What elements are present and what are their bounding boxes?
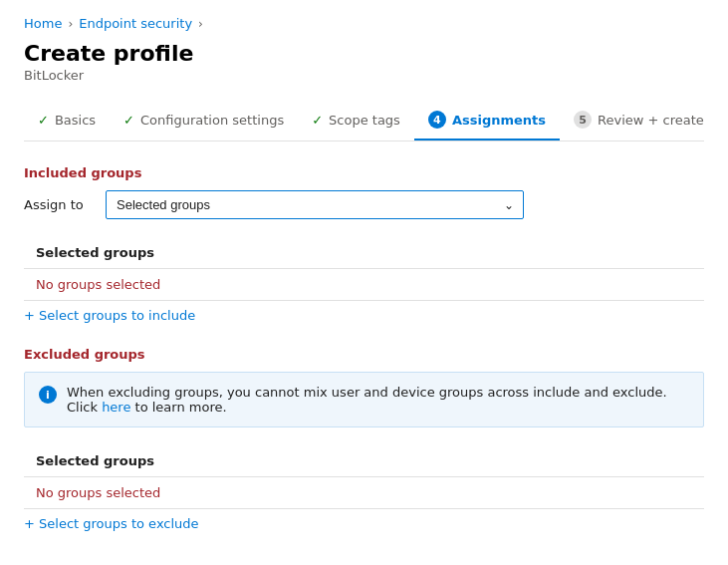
excluded-selected-groups-box: Selected groups No groups selected — [24, 445, 704, 509]
breadcrumb-sep2: › — [198, 17, 203, 31]
excluded-groups-section: Excluded groups i When excluding groups,… — [24, 347, 704, 549]
step-review[interactable]: 5 Review + create — [560, 101, 718, 141]
assign-to-dropdown[interactable]: Selected groups All users All devices — [106, 190, 524, 219]
page-subtitle: BitLocker — [24, 68, 704, 83]
divider-excluded-bottom — [24, 508, 704, 509]
included-no-groups: No groups selected — [24, 269, 704, 300]
info-banner: i When excluding groups, you cannot mix … — [24, 372, 704, 427]
step-check-configuration: ✓ — [123, 113, 134, 128]
step-label-review: Review + create — [598, 113, 704, 128]
step-label-configuration: Configuration settings — [140, 113, 284, 128]
divider-included-bottom — [24, 300, 704, 301]
step-number-assignments: 4 — [428, 111, 446, 129]
step-check-scope: ✓ — [312, 113, 323, 128]
excluded-groups-label: Excluded groups — [24, 347, 704, 362]
page-title: Create profile — [24, 41, 704, 66]
excluded-no-groups: No groups selected — [24, 477, 704, 508]
info-icon: i — [39, 386, 57, 404]
step-configuration[interactable]: ✓ Configuration settings — [110, 103, 298, 140]
breadcrumb-sep1: › — [68, 17, 73, 31]
included-selected-groups-title: Selected groups — [24, 237, 704, 268]
assign-to-label: Assign to — [24, 197, 94, 212]
wizard-steps: ✓ Basics ✓ Configuration settings ✓ Scop… — [24, 101, 704, 141]
select-groups-to-include-link[interactable]: + Select groups to include — [24, 308, 195, 323]
step-label-scope: Scope tags — [329, 113, 400, 128]
step-check-basics: ✓ — [38, 113, 49, 128]
step-assignments[interactable]: 4 Assignments — [414, 101, 560, 141]
step-basics[interactable]: ✓ Basics — [24, 103, 110, 140]
breadcrumb-home[interactable]: Home — [24, 16, 62, 31]
info-text: When excluding groups, you cannot mix us… — [67, 385, 689, 415]
assign-to-dropdown-wrapper: Selected groups All users All devices ⌄ — [106, 190, 524, 219]
info-learn-more-link[interactable]: here — [102, 400, 130, 415]
breadcrumb-endpoint[interactable]: Endpoint security — [79, 16, 192, 31]
included-selected-groups-box: Selected groups No groups selected — [24, 237, 704, 301]
assign-row: Assign to Selected groups All users All … — [24, 190, 704, 219]
step-scope[interactable]: ✓ Scope tags — [298, 103, 414, 140]
breadcrumb: Home › Endpoint security › — [24, 16, 704, 31]
excluded-selected-groups-title: Selected groups — [24, 445, 704, 476]
step-label-basics: Basics — [55, 113, 96, 128]
included-groups-label: Included groups — [24, 165, 704, 180]
step-label-assignments: Assignments — [452, 113, 546, 128]
step-number-review: 5 — [574, 111, 592, 129]
select-groups-to-exclude-link[interactable]: + Select groups to exclude — [24, 516, 199, 531]
included-groups-section: Included groups Assign to Selected group… — [24, 165, 704, 341]
